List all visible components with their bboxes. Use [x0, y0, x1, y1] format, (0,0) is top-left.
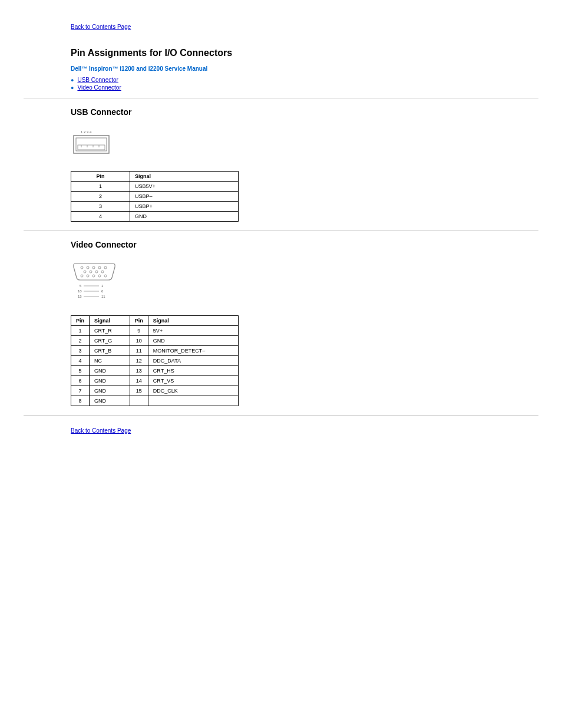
usb-pin-labels: 1 2 3 4	[81, 130, 92, 134]
svg-rect-1	[76, 138, 107, 151]
table-row: 1USB5V+	[71, 182, 239, 192]
svg-text:10: 10	[78, 289, 82, 293]
divider	[24, 230, 538, 231]
divider	[24, 415, 538, 416]
svg-point-10	[98, 266, 101, 269]
vga-table-header-signal-a: Signal	[90, 316, 130, 326]
table-row: 8GND	[71, 396, 239, 406]
table-row: 7GND15DDC_CLK	[71, 386, 239, 396]
svg-point-12	[84, 271, 86, 273]
svg-text:1: 1	[101, 284, 104, 288]
table-row: 3CRT_B11MONITOR_DETECT–	[71, 346, 239, 356]
vga-connector-figure: 5 1 10 6 15 11	[71, 261, 538, 304]
svg-point-20	[104, 275, 107, 277]
toc-video-link[interactable]: Video Connector	[77, 84, 121, 91]
table-row: 2CRT_G10GND	[71, 336, 239, 346]
usb-connector-figure: 1 2 3 4	[71, 129, 538, 159]
usb-table-header-pin: Pin	[71, 172, 130, 182]
svg-text:11: 11	[101, 295, 105, 298]
svg-point-14	[95, 271, 98, 273]
svg-text:15: 15	[78, 295, 82, 298]
table-row: 6GND14CRT_VS	[71, 376, 239, 386]
table-row: 1CRT_R95V+	[71, 326, 239, 336]
table-row: 3USBP+	[71, 202, 239, 212]
svg-point-19	[98, 275, 101, 277]
bullet-icon: ●	[71, 85, 74, 91]
back-to-contents-top[interactable]: Back to Contents Page	[71, 24, 131, 30]
svg-text:6: 6	[101, 289, 104, 293]
table-row: 5GND13CRT_HS	[71, 366, 239, 376]
svg-point-9	[92, 266, 95, 269]
svg-point-18	[92, 275, 95, 277]
svg-point-7	[81, 266, 83, 269]
page-title: Pin Assignments for I/O Connectors	[71, 48, 538, 58]
svg-rect-2	[78, 145, 105, 150]
svg-point-8	[87, 266, 89, 269]
svg-point-15	[101, 271, 104, 273]
svg-point-16	[81, 275, 83, 277]
video-heading: Video Connector	[71, 240, 538, 249]
svg-text:5: 5	[80, 284, 82, 288]
vga-table-header-pin-b: Pin	[130, 316, 148, 326]
svg-point-17	[87, 275, 89, 277]
vga-table-header-signal-b: Signal	[148, 316, 238, 326]
bullet-icon: ●	[71, 77, 74, 83]
svg-point-11	[104, 266, 107, 269]
back-to-contents-bottom[interactable]: Back to Contents Page	[71, 427, 131, 434]
toc-usb-link[interactable]: USB Connector	[77, 77, 118, 83]
divider	[24, 98, 538, 98]
svg-point-13	[90, 271, 92, 273]
usb-pin-table: Pin Signal 1USB5V+ 2USBP– 3USBP+ 4GND	[71, 171, 239, 222]
usb-heading: USB Connector	[71, 107, 538, 117]
usb-table-header-signal: Signal	[130, 172, 239, 182]
vga-pin-table: Pin Signal Pin Signal 1CRT_R95V+ 2CRT_G1…	[71, 315, 239, 406]
vga-table-header-pin-a: Pin	[71, 316, 90, 326]
table-row: 4NC12DDC_DATA	[71, 356, 239, 366]
toc: ● USB Connector ● Video Connector	[71, 77, 538, 91]
table-row: 4GND	[71, 212, 239, 222]
manual-subtitle: Dell™ Inspiron™ i1200 and i2200 Service …	[71, 65, 538, 72]
table-row: 2USBP–	[71, 192, 239, 202]
